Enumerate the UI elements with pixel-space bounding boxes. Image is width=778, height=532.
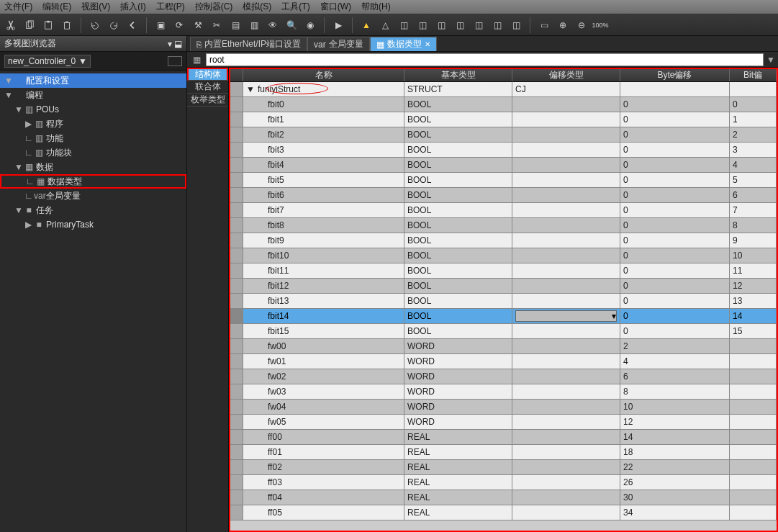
member-row[interactable]: fbit4BOOL04	[230, 158, 777, 173]
cell-offset-type[interactable]	[512, 369, 620, 384]
category-tab-2[interactable]: 枚举类型	[187, 94, 228, 107]
cell-base-type[interactable]: BOOL	[404, 248, 512, 263]
cell-bit-offset[interactable]: 8	[730, 218, 777, 233]
cell-base-type[interactable]: BOOL	[404, 263, 512, 278]
cell-name[interactable]: fbit5	[243, 173, 404, 187]
cell-base-type[interactable]: BOOL	[404, 324, 512, 338]
cell-bit-offset[interactable]: 15	[730, 324, 777, 338]
menu-item-2[interactable]: 视图(V)	[81, 1, 110, 13]
tree-item-9[interactable]: ▼■任务	[0, 203, 186, 217]
cell-byte-offset[interactable]: 0	[620, 324, 730, 338]
cut-icon[interactable]	[3, 17, 19, 33]
cell-byte-offset[interactable]: 0	[620, 294, 730, 308]
cell-bit-offset[interactable]	[730, 400, 777, 414]
member-row[interactable]: fw05WORD12	[230, 415, 777, 430]
cell-offset-type[interactable]	[512, 505, 620, 520]
cell-bit-offset[interactable]	[730, 490, 777, 505]
menu-item-5[interactable]: 控制器(C)	[195, 1, 233, 13]
cell-name[interactable]: fbit8	[243, 218, 404, 233]
chip4-icon[interactable]: ◫	[452, 17, 468, 33]
cell-name[interactable]: fw04	[243, 400, 404, 414]
member-row[interactable]: fbit8BOOL08	[230, 218, 777, 233]
cell-name[interactable]: fbit3	[243, 143, 404, 157]
cell-offset-type[interactable]	[512, 143, 620, 157]
chip6-icon[interactable]: ◫	[489, 17, 505, 33]
cell-byte-offset[interactable]: 6	[620, 369, 730, 384]
member-row[interactable]: fw01WORD4	[230, 354, 777, 369]
cut2-icon[interactable]: ✂	[209, 17, 225, 33]
cell-name[interactable]: fbit0	[243, 97, 404, 112]
member-row[interactable]: fbit11BOOL011	[230, 263, 777, 279]
cell-byte-offset[interactable]: 0	[620, 143, 730, 157]
col-bit-offset-header[interactable]: Bit偏	[730, 69, 777, 81]
member-row[interactable]: fbit9BOOL09	[230, 233, 777, 248]
cell-byte-offset[interactable]: 10	[620, 400, 730, 414]
cell-offset-type[interactable]	[512, 218, 620, 233]
cell-bit-offset[interactable]: 9	[730, 233, 777, 248]
cell-base-type[interactable]: BOOL	[404, 112, 512, 127]
cell-offset-type[interactable]	[512, 460, 620, 474]
cell-byte-offset[interactable]: 0	[620, 263, 730, 278]
cell-base-type[interactable]: REAL	[404, 445, 512, 459]
cell-byte-offset[interactable]	[620, 82, 730, 96]
menu-item-1[interactable]: 编辑(E)	[42, 1, 71, 13]
cell-offset-type[interactable]: CJ	[512, 82, 620, 96]
tree-item-7[interactable]: ∟▦数据类型	[0, 174, 186, 189]
cell-name[interactable]: ff01	[243, 445, 404, 459]
cell-base-type[interactable]: REAL	[404, 430, 512, 444]
filter-input[interactable]	[206, 53, 764, 66]
cell-bit-offset[interactable]	[730, 475, 777, 490]
cell-offset-type[interactable]	[512, 415, 620, 429]
cell-bit-offset[interactable]	[730, 430, 777, 444]
cell-name[interactable]: fbit14	[243, 309, 404, 323]
cell-offset-type[interactable]	[512, 127, 620, 142]
run-icon[interactable]: ▶	[330, 17, 346, 33]
cell-offset-type[interactable]	[512, 263, 620, 278]
category-tab-1[interactable]: 联合体	[187, 81, 228, 94]
member-row[interactable]: fw04WORD10	[230, 400, 777, 415]
struct-row[interactable]: ▼funiyiStructSTRUCTCJ	[230, 82, 777, 97]
cell-bit-offset[interactable]: 14	[730, 309, 777, 323]
cell-byte-offset[interactable]: 30	[620, 490, 730, 505]
cell-bit-offset[interactable]	[730, 384, 777, 399]
cell-byte-offset[interactable]: 14	[620, 430, 730, 444]
cell-base-type[interactable]: BOOL	[404, 294, 512, 308]
member-row[interactable]: fbit14BOOL▾014	[230, 309, 777, 324]
doc-tab-2[interactable]: ▦数据类型✕	[370, 37, 437, 51]
cell-base-type[interactable]: BOOL	[404, 279, 512, 293]
device-chip-icon[interactable]	[168, 56, 182, 66]
tree-item-5[interactable]: ∟▥功能块	[0, 145, 186, 160]
cell-byte-offset[interactable]: 0	[620, 218, 730, 233]
cell-name[interactable]: fw01	[243, 354, 404, 369]
cell-name[interactable]: fw05	[243, 415, 404, 429]
cell-offset-type[interactable]	[512, 173, 620, 187]
cell-name[interactable]: fw03	[243, 384, 404, 399]
cell-offset-type[interactable]	[512, 294, 620, 308]
cell-bit-offset[interactable]: 6	[730, 188, 777, 202]
cell-name[interactable]: ff02	[243, 460, 404, 474]
cell-bit-offset[interactable]: 13	[730, 294, 777, 308]
view3d-icon[interactable]: ▣	[153, 17, 168, 33]
member-row[interactable]: fbit13BOOL013	[230, 294, 777, 309]
cell-offset-type[interactable]	[512, 475, 620, 490]
cell-base-type[interactable]: BOOL	[404, 188, 512, 202]
cell-name[interactable]: fbit1	[243, 112, 404, 127]
cell-name[interactable]: fbit2	[243, 127, 404, 142]
member-row[interactable]: ff05REAL34	[230, 505, 777, 520]
menu-item-8[interactable]: 窗口(W)	[320, 1, 351, 13]
cell-offset-type[interactable]	[512, 248, 620, 263]
expand-icon[interactable]: ▼	[246, 84, 255, 94]
cell-name[interactable]: ▼funiyiStruct	[243, 82, 404, 96]
cell-bit-offset[interactable]	[730, 460, 777, 474]
cell-byte-offset[interactable]: 0	[620, 127, 730, 142]
grid-body[interactable]: ▼funiyiStructSTRUCTCJfbit0BOOL00fbit1BOO…	[230, 82, 777, 531]
doc-tab-0[interactable]: ⎘内置EtherNet/IP端口设置	[190, 37, 307, 51]
member-row[interactable]: fbit0BOOL00	[230, 97, 777, 112]
col-byte-offset-header[interactable]: Byte偏移	[620, 69, 730, 81]
menu-item-6[interactable]: 模拟(S)	[243, 1, 271, 13]
menu-item-3[interactable]: 插入(I)	[120, 1, 145, 13]
cell-base-type[interactable]: STRUCT	[404, 82, 512, 96]
tree-item-0[interactable]: ▼配置和设置	[0, 73, 186, 88]
chip3-icon[interactable]: ◫	[433, 17, 449, 33]
menu-item-7[interactable]: 工具(T)	[281, 1, 309, 13]
